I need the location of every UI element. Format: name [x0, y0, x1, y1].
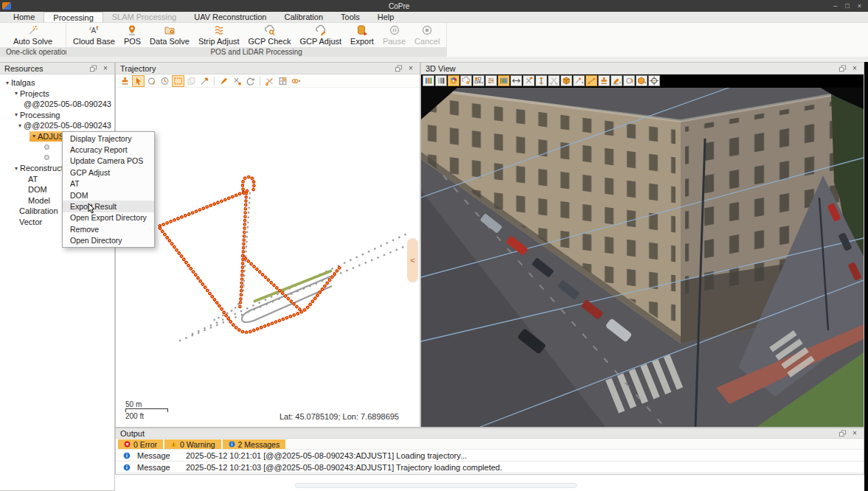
clock-icon[interactable] [159, 75, 171, 87]
float-panel-icon[interactable] [88, 64, 97, 73]
menu-item-dom[interactable]: DOM [63, 189, 154, 201]
float-panel-icon[interactable] [838, 429, 847, 438]
crop-disabled-icon[interactable] [548, 75, 560, 86]
expand-arrow[interactable]: ▾ [32, 133, 35, 139]
brush-icon[interactable] [218, 75, 230, 87]
close-panel-icon[interactable]: × [406, 64, 415, 73]
gcp-check-button[interactable]: GCP Check [244, 24, 296, 46]
display-mode-dropdown-icon[interactable] [473, 75, 485, 86]
svg-text:A: A [91, 27, 97, 35]
filter-sliders-icon[interactable] [485, 75, 497, 86]
tree-item-processing-dataset[interactable]: ▾@@2025-05-08-090243 [0, 120, 114, 131]
tab-tools[interactable]: Tools [332, 12, 369, 22]
tree-item-project-dataset[interactable]: @@2025-05-08-090243 [0, 99, 114, 110]
measure-dropdown-icon[interactable] [573, 75, 585, 86]
menu-item-update-camera-pos[interactable]: Update Camera POS [63, 156, 154, 167]
expand-arrow[interactable]: ▾ [6, 80, 9, 86]
auto-solve-button[interactable]: Auto Solve [9, 24, 57, 46]
intensity-colors-icon[interactable] [435, 75, 447, 86]
mouse-cursor [88, 203, 96, 214]
gcp-adjust-button[interactable]: GCP Adjust [295, 24, 346, 46]
menu-item-accuracy-report[interactable]: Accuracy Report [63, 144, 154, 155]
log-row[interactable]: Message 2025-05-12 10:21:03 [@@2025-05-0… [116, 462, 864, 473]
visibility-dropdown-icon[interactable] [290, 75, 302, 87]
cut-icon[interactable] [263, 75, 276, 87]
tree-item-projects[interactable]: ▾Projects [0, 88, 114, 100]
float-panel-icon[interactable] [838, 64, 847, 73]
vertical-select-icon[interactable] [535, 75, 547, 86]
crop-delete-icon[interactable] [523, 75, 535, 86]
cloud-base-button[interactable]: A Cloud Base [69, 24, 119, 46]
grid-cell-icon[interactable] [277, 75, 289, 87]
select-cursor-icon[interactable] [132, 75, 145, 87]
profile-line-icon[interactable] [586, 75, 597, 86]
pos-button[interactable]: POS [119, 24, 145, 46]
copy-icon[interactable] [185, 75, 198, 87]
tab-home[interactable]: Home [4, 12, 44, 22]
3d-viewport[interactable] [421, 74, 864, 427]
redo-icon[interactable] [244, 75, 257, 87]
delete-cross-icon[interactable] [231, 75, 243, 87]
node-icon [44, 155, 49, 160]
expand-arrow[interactable]: ▾ [15, 90, 18, 97]
pan-horizontal-icon[interactable] [510, 75, 522, 86]
rotate-view-icon[interactable] [623, 75, 635, 86]
menu-item-remove[interactable]: Remove [63, 223, 154, 234]
data-solve-button[interactable]: Data Solve [145, 24, 194, 46]
message-filter-chip[interactable]: 2 Messages [223, 439, 286, 449]
elevation-colors-icon[interactable] [423, 75, 434, 86]
annotate-dropdown-icon[interactable] [611, 75, 622, 86]
pointcloud-settings-icon[interactable] [460, 75, 472, 86]
menu-item-export-result[interactable]: Export Result [63, 201, 154, 212]
close-panel-icon[interactable]: × [101, 64, 110, 73]
pause-button[interactable]: Pause [378, 24, 410, 46]
log-type: Message [137, 451, 176, 460]
resources-panel-title: Resources [4, 64, 85, 73]
stamp-icon[interactable] [598, 75, 610, 86]
tab-processing[interactable]: Processing [44, 12, 103, 22]
locate-crosshair-icon[interactable] [648, 75, 660, 86]
classification-colors-icon[interactable] [498, 75, 510, 86]
horizontal-scrollbar[interactable] [295, 483, 577, 488]
tree-item-processing[interactable]: ▾Processing [0, 110, 114, 121]
log-row[interactable]: Message 2025-05-12 10:21:01 [@@2025-05-0… [116, 450, 864, 462]
rgb-palette-icon[interactable] [448, 75, 459, 86]
close-panel-icon[interactable]: × [850, 429, 859, 438]
menu-item-at[interactable]: AT [63, 178, 154, 189]
strip-adjust-button[interactable]: Strip Adjust [194, 24, 244, 46]
expand-arrow[interactable]: ▾ [15, 165, 18, 172]
measure-icon[interactable] [198, 75, 211, 87]
warning-filter-chip[interactable]: 0 Warning [164, 439, 221, 449]
tab-help[interactable]: Help [369, 12, 403, 22]
menu-item-display-trajectory[interactable]: Display Trajectory [63, 133, 154, 144]
float-panel-icon[interactable] [394, 64, 403, 73]
menu-item-gcp-adjust[interactable]: GCP Adjust [63, 167, 154, 178]
tab-slam-processing[interactable]: SLAM Processing [103, 12, 185, 22]
expand-arrow[interactable]: ▾ [18, 122, 21, 129]
collapse-panel-handle[interactable]: < [407, 238, 418, 282]
cube-view-dropdown-icon[interactable] [636, 75, 647, 86]
close-panel-icon[interactable]: × [850, 64, 859, 73]
close-button[interactable]: × [858, 2, 861, 10]
orbit-icon[interactable] [145, 75, 158, 87]
menu-item-open-directory[interactable]: Open Directory [63, 235, 154, 246]
cancel-button[interactable]: Cancel [410, 24, 444, 46]
rect-select-icon[interactable] [172, 75, 184, 87]
menu-item-open-export-directory[interactable]: Open Export Directory [63, 212, 154, 223]
tab-uav-reconstruction[interactable]: UAV Reconstruction [185, 12, 275, 22]
error-icon [124, 441, 131, 448]
tree-item-italgas[interactable]: ▾Italgas [0, 77, 114, 88]
trajectory-canvas[interactable] [117, 88, 420, 427]
clip-box-icon[interactable] [560, 75, 572, 86]
tab-calibration[interactable]: Calibration [275, 12, 332, 22]
maximize-button[interactable]: □ [845, 2, 849, 10]
error-filter-chip[interactable]: 0 Error [118, 439, 163, 449]
3d-view-panel: 3D View × [420, 62, 864, 428]
minimize-button[interactable]: – [833, 2, 837, 10]
expand-arrow[interactable]: ▾ [15, 111, 18, 118]
stamp-icon[interactable] [119, 75, 131, 87]
output-filter-bar: 0 Error 0 Warning 2 Messages [116, 439, 864, 450]
export-button[interactable]: Export [346, 24, 378, 46]
app-logo-icon [2, 2, 11, 10]
ribbon-group-pos-lidar: A Cloud Base POS Data Solve Strip Adjust… [66, 23, 447, 57]
